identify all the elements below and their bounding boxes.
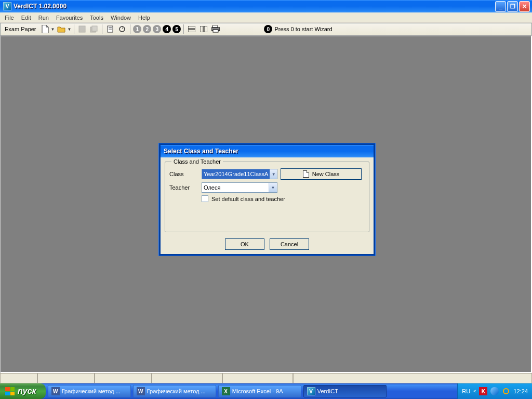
- word-icon: W: [137, 387, 145, 395]
- start-label: пуск: [18, 387, 36, 396]
- start-button[interactable]: пуск: [0, 383, 46, 399]
- language-indicator[interactable]: RU: [462, 388, 470, 394]
- new-file-icon: [303, 170, 309, 178]
- dialog-title: Select Class and Teacher: [161, 145, 374, 157]
- window-title: VerdICT 1.02.0000: [14, 3, 495, 10]
- default-checkbox-row: Set default class and teacher: [202, 195, 365, 202]
- toolbar-sep: [74, 24, 74, 34]
- taskbar-item[interactable]: W Графический метод ...: [133, 385, 216, 397]
- save-all-icon[interactable]: [89, 24, 99, 34]
- layout-vertical-icon[interactable]: [198, 24, 209, 34]
- status-cell: [95, 373, 152, 383]
- class-value: Year2014Grade11ClassA: [202, 169, 270, 179]
- step-4-icon[interactable]: 4: [163, 25, 171, 33]
- class-teacher-fieldset: Class and Teacher Class Year2014Grade11C…: [165, 162, 369, 232]
- system-tray: RU < K 12:24: [457, 383, 532, 399]
- window-buttons: _ ❐ ✕: [495, 1, 531, 12]
- new-dropdown[interactable]: ▼: [51, 27, 55, 32]
- qip-tray-icon[interactable]: [490, 387, 499, 395]
- menu-window[interactable]: Window: [107, 14, 135, 21]
- taskbar-item[interactable]: V VerdICT: [303, 385, 387, 397]
- fieldset-legend: Class and Teacher: [171, 158, 223, 165]
- svg-rect-5: [188, 26, 195, 29]
- select-class-dialog: Select Class and Teacher Class and Teach…: [159, 143, 375, 256]
- class-combobox[interactable]: Year2014Grade11ClassA ▼: [202, 169, 277, 179]
- taskbar-item-label: Графический метод ...: [62, 388, 121, 394]
- default-checkbox-label[interactable]: Set default class and teacher: [211, 196, 285, 202]
- menu-edit[interactable]: Edit: [18, 14, 35, 21]
- status-cell: [293, 373, 532, 383]
- svg-rect-9: [212, 25, 218, 28]
- teacher-combobox[interactable]: Олеся ▼: [202, 182, 277, 193]
- status-bar: [0, 373, 532, 383]
- status-cell: [37, 373, 95, 383]
- dialog-buttons: OK Cancel: [161, 238, 374, 250]
- svg-rect-2: [92, 26, 97, 31]
- kaspersky-tray-icon[interactable]: K: [479, 387, 487, 395]
- word-icon: W: [51, 387, 60, 395]
- taskbar-item-label: Microsoft Excel - 9A: [232, 388, 283, 394]
- svg-rect-8: [204, 26, 207, 32]
- refresh-icon[interactable]: [117, 24, 127, 34]
- status-cell: [152, 373, 222, 383]
- wizard-hint: 0 Press 0 to start Wizard: [264, 25, 332, 33]
- new-file-icon[interactable]: [40, 24, 50, 34]
- new-class-label: New Class: [312, 171, 340, 177]
- close-button[interactable]: ✕: [519, 1, 530, 12]
- taskbar-item-label: Графический метод ...: [147, 388, 206, 394]
- menu-run[interactable]: Run: [35, 14, 52, 21]
- svg-rect-6: [188, 30, 195, 32]
- properties-icon[interactable]: [105, 24, 115, 34]
- taskbar-item[interactable]: W Графический метод ...: [48, 385, 131, 397]
- tray-icon[interactable]: [502, 387, 510, 395]
- chevron-down-icon[interactable]: ▼: [270, 169, 277, 179]
- print-icon[interactable]: [210, 24, 221, 34]
- taskbar-item-label: VerdICT: [317, 388, 338, 394]
- step-5-icon[interactable]: 5: [172, 25, 181, 33]
- toolbar-sep: [130, 24, 130, 34]
- step-2-icon[interactable]: 2: [143, 25, 151, 33]
- menu-tools[interactable]: Tools: [86, 14, 107, 21]
- wizard-zero-icon: 0: [264, 25, 272, 33]
- taskbar: пуск W Графический метод ... W Графическ…: [0, 383, 532, 399]
- taskbar-item[interactable]: X Microsoft Excel - 9A: [218, 385, 301, 397]
- minimize-button[interactable]: _: [495, 1, 506, 12]
- clock[interactable]: 12:24: [513, 388, 528, 394]
- toolbar-sep: [102, 24, 102, 34]
- windows-logo-icon: [5, 387, 15, 395]
- layout-horizontal-icon[interactable]: [187, 24, 197, 34]
- open-icon[interactable]: [56, 24, 66, 34]
- app-icon: V: [3, 2, 11, 10]
- svg-point-4: [119, 26, 125, 32]
- exam-paper-label: Exam Paper: [3, 26, 38, 32]
- status-cell: [0, 373, 37, 383]
- title-bar: V VerdICT 1.02.0000 _ ❐ ✕: [0, 0, 532, 12]
- default-checkbox[interactable]: [202, 195, 208, 202]
- class-row: Class Year2014Grade11ClassA ▼ New Class: [169, 168, 365, 180]
- tray-expand-icon[interactable]: <: [473, 389, 476, 394]
- status-cell: [222, 373, 293, 383]
- ok-button[interactable]: OK: [225, 238, 264, 250]
- step-3-icon[interactable]: 3: [153, 25, 161, 33]
- cancel-button[interactable]: Cancel: [270, 238, 309, 250]
- class-label: Class: [169, 171, 202, 177]
- teacher-value: Олеся: [202, 183, 269, 192]
- menu-bar: File Edit Run Favourites Tools Window He…: [0, 12, 532, 23]
- teacher-row: Teacher Олеся ▼: [169, 182, 365, 193]
- menu-favourites[interactable]: Favourites: [52, 14, 86, 21]
- toolbar-sep: [183, 24, 184, 34]
- wizard-text: Press 0 to start Wizard: [274, 26, 332, 32]
- teacher-label: Teacher: [169, 184, 202, 191]
- save-icon[interactable]: [77, 24, 87, 34]
- chevron-down-icon[interactable]: ▼: [269, 183, 277, 192]
- menu-help[interactable]: Help: [135, 14, 154, 21]
- new-class-button[interactable]: New Class: [281, 168, 362, 180]
- maximize-button[interactable]: ❐: [507, 1, 518, 12]
- open-dropdown[interactable]: ▼: [67, 27, 71, 32]
- svg-rect-7: [200, 26, 203, 32]
- toolbar: Exam Paper ▼ ▼ 1 2 3 4 5 0 Press 0 to st…: [0, 23, 532, 35]
- menu-file[interactable]: File: [1, 14, 18, 21]
- step-1-icon[interactable]: 1: [133, 25, 141, 33]
- svg-rect-11: [213, 30, 218, 32]
- svg-rect-0: [79, 26, 85, 32]
